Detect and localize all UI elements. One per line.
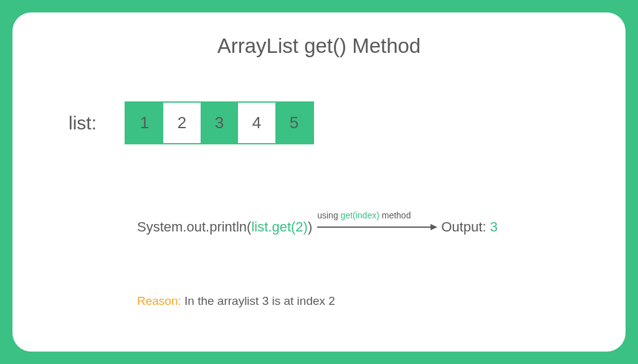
code-prefix: System.out.println( — [137, 219, 251, 235]
list-row: list: 1 2 3 4 5 — [69, 101, 594, 144]
arrow-label-post: method — [379, 210, 411, 220]
arrow-head-icon — [431, 224, 437, 230]
array-cell: 1 — [126, 103, 163, 143]
diagram-card: ArrayList get() Method list: 1 2 3 4 5 S… — [12, 12, 626, 352]
output-value: 3 — [490, 219, 498, 235]
arrow-label: using get(index) method — [317, 210, 437, 220]
array-cell: 2 — [163, 103, 201, 143]
arrow-line-icon — [317, 226, 431, 228]
reason-text: In the arraylist 3 is at index 2 — [184, 294, 335, 307]
code-expression: System.out.println(list.get(2)) — [137, 219, 312, 235]
page-title: ArrayList get() Method — [44, 34, 594, 58]
array-cell: 4 — [238, 103, 275, 143]
code-suffix: ) — [308, 219, 312, 235]
list-label: list: — [69, 113, 97, 134]
code-highlight: list.get(2) — [251, 219, 307, 235]
arrow-label-pre: using — [317, 210, 340, 220]
arrow-label-mid: get(index) — [341, 210, 379, 220]
output-label: Output: — [441, 219, 490, 235]
arrow: using get(index) method — [317, 224, 437, 230]
array-cell: 3 — [201, 103, 238, 143]
reason-label: Reason: — [137, 294, 184, 307]
array-cell: 5 — [275, 103, 313, 143]
code-line: System.out.println(list.get(2)) using ge… — [137, 219, 594, 235]
reason-row: Reason: In the arraylist 3 is at index 2 — [137, 294, 594, 308]
output-group: Output: 3 — [441, 219, 498, 235]
array-container: 1 2 3 4 5 — [125, 101, 314, 144]
